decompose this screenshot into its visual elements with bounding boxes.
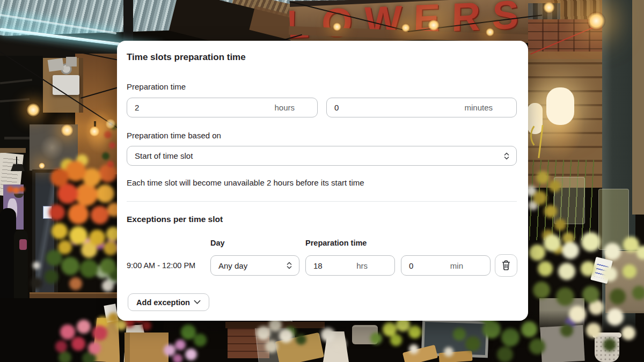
- exception-time-slot: 9:00 AM - 12:00 PM: [127, 255, 195, 276]
- preparation-time-label: Preparation time: [127, 82, 186, 91]
- prep-minutes-suffix: minutes: [464, 103, 516, 112]
- day-column-header: Day: [210, 239, 225, 247]
- dialog-title: Time slots preparation time: [127, 52, 246, 63]
- chevron-down-icon: [194, 300, 201, 305]
- add-exception-label: Add exception: [136, 298, 190, 307]
- based-on-label: Preparation time based on: [127, 131, 221, 140]
- updown-chevron-icon: [503, 152, 510, 160]
- exception-hours-input[interactable]: [306, 261, 356, 270]
- time-slots-preparation-dialog: Time slots preparation time Preparation …: [117, 41, 528, 321]
- prep-time-column-header: Preparation time: [305, 239, 367, 247]
- helper-text: Each time slot will become unavailable 2…: [127, 178, 364, 187]
- exceptions-heading: Exceptions per time slot: [127, 215, 223, 224]
- exception-minutes-input[interactable]: [401, 261, 450, 270]
- exception-day-value: Any day: [218, 261, 247, 270]
- exception-minutes-suffix: min: [450, 261, 490, 270]
- exception-day-select[interactable]: Any day: [210, 255, 299, 276]
- trash-icon: [501, 260, 511, 271]
- prep-hours-input[interactable]: [127, 103, 274, 112]
- delete-exception-button[interactable]: [495, 254, 517, 277]
- prep-minutes-input[interactable]: [327, 103, 464, 112]
- exception-minutes-field[interactable]: min: [401, 255, 491, 276]
- exception-hours-field[interactable]: hrs: [305, 255, 395, 276]
- prep-minutes-field[interactable]: minutes: [326, 98, 517, 117]
- prep-hours-field[interactable]: hours: [127, 98, 318, 117]
- section-divider: [127, 201, 517, 202]
- add-exception-button[interactable]: Add exception: [128, 293, 209, 311]
- prep-hours-suffix: hours: [274, 103, 317, 112]
- exception-hours-suffix: hrs: [356, 261, 394, 270]
- updown-chevron-icon: [286, 261, 292, 270]
- based-on-selected-value: Start of time slot: [135, 151, 193, 160]
- based-on-select[interactable]: Start of time slot: [127, 146, 517, 166]
